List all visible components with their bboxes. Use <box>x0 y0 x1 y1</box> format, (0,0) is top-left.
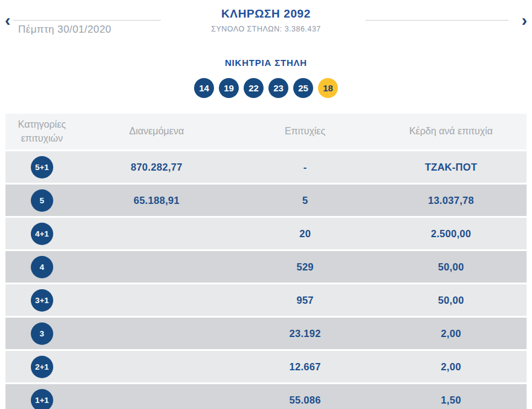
winning-number-ball: 14 <box>194 78 214 98</box>
category-badge: 5 <box>31 189 53 212</box>
category-badge: 3 <box>31 322 53 345</box>
draw-header: ‹ Πέμπτη 30/01/2020 ΚΛΗΡΩΣΗ 2092 ΣΥΝΟΛΟ … <box>0 0 532 42</box>
winners-cell: 55.086 <box>235 394 375 406</box>
category-cell: 3+1 <box>5 289 79 312</box>
table-row: 4+1 20 2.500,00 <box>5 218 527 249</box>
total-columns-label: ΣΥΝΟΛΟ ΣΤΗΛΩΝ: <box>211 25 282 33</box>
table-row: 5+1 870.282,77 - ΤΖΑΚ-ΠΟΤ <box>5 151 527 183</box>
chevron-left-icon: ‹ <box>5 12 10 29</box>
category-badge: 3+1 <box>31 289 53 312</box>
category-cell: 1+1 <box>5 389 79 409</box>
table-row: 1+1 55.086 1,50 <box>5 384 527 409</box>
column-header-distributed: Διανεμόμενα <box>79 125 235 138</box>
table-row: 3+1 957 50,00 <box>5 284 527 316</box>
right-divider-line <box>366 20 508 21</box>
prize-cell: 13.037,78 <box>375 195 527 206</box>
winners-cell: 957 <box>235 295 375 306</box>
winners-cell: 23.192 <box>235 328 375 339</box>
winners-cell: - <box>235 162 375 173</box>
draw-title: ΚΛΗΡΩΣΗ 2092 <box>121 7 411 21</box>
results-table-header: Κατηγορίες επιτυχιών Διανεμόμενα Επιτυχί… <box>5 114 527 149</box>
joker-draw-results-page: ‹ Πέμπτη 30/01/2020 ΚΛΗΡΩΣΗ 2092 ΣΥΝΟΛΟ … <box>0 0 532 409</box>
prize-cell: 50,00 <box>375 295 527 306</box>
winners-cell: 5 <box>235 195 375 206</box>
results-table: Κατηγορίες επιτυχιών Διανεμόμενα Επιτυχί… <box>5 114 527 409</box>
winning-number-ball: 25 <box>293 78 313 98</box>
results-table-body: 5+1 870.282,77 - ΤΖΑΚ-ΠΟΤ 5 65.188,91 5 … <box>5 151 527 409</box>
table-row: 3 23.192 2,00 <box>5 318 527 349</box>
column-header-prize-per-winner: Κέρδη ανά επιτυχία <box>375 125 527 138</box>
chevron-right-icon: › <box>522 12 527 29</box>
column-header-winners: Επιτυχίες <box>235 125 375 138</box>
category-cell: 4 <box>5 256 79 278</box>
winning-column-title: ΝΙΚΗΤΡΙΑ ΣΤΗΛΗ <box>0 57 532 68</box>
prize-cell: 50,00 <box>375 261 527 273</box>
table-row: 5 65.188,91 5 13.037,78 <box>5 185 527 216</box>
category-cell: 5+1 <box>5 156 79 178</box>
category-cell: 4+1 <box>5 223 79 245</box>
total-columns: ΣΥΝΟΛΟ ΣΤΗΛΩΝ: 3.386.437 <box>121 25 411 33</box>
table-row: 2+1 12.667 2,00 <box>5 351 527 382</box>
prize-cell: ΤΖΑΚ-ΠΟΤ <box>375 162 527 173</box>
winners-cell: 20 <box>235 228 375 240</box>
total-columns-value: 3.386.437 <box>285 25 321 33</box>
winning-column-section: ΝΙΚΗΤΡΙΑ ΣΤΗΛΗ 141922232518 <box>0 57 532 98</box>
draw-date: Πέμπτη 30/01/2020 <box>18 24 111 36</box>
category-cell: 5 <box>5 189 79 212</box>
prize-cell: 1,50 <box>375 394 527 406</box>
category-badge: 4 <box>31 256 53 278</box>
prize-cell: 2.500,00 <box>375 228 527 240</box>
distributed-cell: 870.282,77 <box>79 162 235 173</box>
category-badge: 1+1 <box>31 389 53 409</box>
bonus-number-ball: 18 <box>318 78 338 98</box>
winning-number-ball: 22 <box>244 78 264 98</box>
category-badge: 5+1 <box>31 156 53 178</box>
column-header-categories: Κατηγορίες επιτυχιών <box>5 118 79 145</box>
winning-numbers: 141922232518 <box>0 78 532 98</box>
previous-draw-button[interactable]: ‹ <box>2 11 13 30</box>
category-badge: 2+1 <box>31 356 53 378</box>
table-row: 4 529 50,00 <box>5 251 527 283</box>
distributed-cell: 65.188,91 <box>79 195 235 206</box>
winning-number-ball: 19 <box>219 78 239 98</box>
winners-cell: 529 <box>235 261 375 273</box>
winners-cell: 12.667 <box>235 361 375 373</box>
winning-number-ball: 23 <box>268 78 288 98</box>
category-cell: 2+1 <box>5 356 79 378</box>
prize-cell: 2,00 <box>375 361 527 373</box>
category-badge: 4+1 <box>31 223 53 245</box>
category-cell: 3 <box>5 322 79 345</box>
next-draw-button[interactable]: › <box>519 11 530 30</box>
prize-cell: 2,00 <box>375 328 527 339</box>
